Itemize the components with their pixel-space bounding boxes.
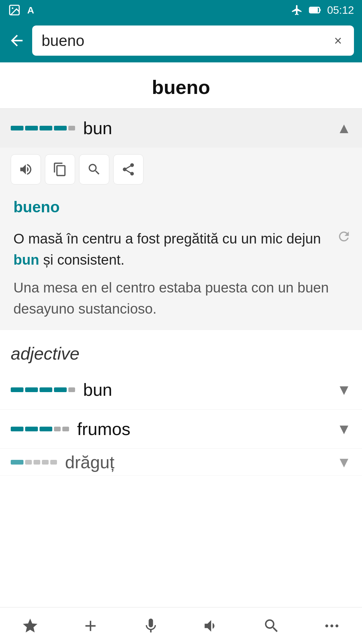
example-ro-after: și consistent. <box>39 252 124 268</box>
copy-button[interactable] <box>45 154 75 184</box>
image-icon <box>8 4 21 16</box>
frequency-bar-dragut <box>11 460 57 465</box>
svg-point-1 <box>12 7 13 9</box>
expand-button-bun[interactable]: ▼ <box>337 381 351 398</box>
battery-icon <box>308 3 322 17</box>
status-icons-right: 05:12 <box>291 3 354 17</box>
search-nav[interactable] <box>263 617 280 635</box>
favorites-nav[interactable] <box>21 617 39 635</box>
main-entry-section: bun ▲ bueno <box>0 108 362 330</box>
back-button[interactable] <box>8 32 25 49</box>
entry-word-dragut: drăguț <box>65 452 114 472</box>
collapse-button[interactable]: ▲ <box>337 120 351 137</box>
svg-text:A: A <box>27 5 34 15</box>
expand-button-frumos[interactable]: ▼ <box>337 421 351 437</box>
translate-icon: A <box>26 4 39 16</box>
list-item: drăguț ▼ <box>0 449 362 476</box>
bar-seg-3 <box>40 126 52 130</box>
volume-nav[interactable] <box>202 617 220 635</box>
airplane-icon <box>291 4 303 16</box>
header: bueno × <box>0 20 362 62</box>
search-box: bueno × <box>32 25 354 56</box>
expand-button-dragut[interactable]: ▼ <box>337 454 351 471</box>
list-item: frumos ▼ <box>0 410 362 449</box>
svg-point-7 <box>330 624 334 627</box>
audio-button[interactable] <box>11 154 41 184</box>
example-text-ro: O masă în centru a fost pregătită cu un … <box>13 228 349 270</box>
clear-button[interactable]: × <box>331 31 345 51</box>
main-translation-word: bun <box>83 118 112 138</box>
word-title: bueno <box>0 62 362 108</box>
bottom-nav <box>0 607 362 644</box>
search-word-button[interactable] <box>79 154 109 184</box>
entry-word-bun: bun <box>83 380 112 400</box>
status-icons-left: A <box>8 4 39 16</box>
more-nav[interactable] <box>323 617 341 635</box>
svg-rect-5 <box>319 9 320 11</box>
bar-seg-2 <box>25 126 38 130</box>
example-ro-before: O masă în centru a fost pregătită cu un … <box>13 231 321 247</box>
status-bar: A 05:12 <box>0 0 362 20</box>
list-item: bun ▼ <box>0 370 362 410</box>
status-time: 05:12 <box>327 4 354 16</box>
bar-seg-5 <box>68 126 75 130</box>
frequency-bar-frumos <box>11 427 69 431</box>
svg-point-6 <box>325 624 328 627</box>
pos-label: adjective <box>0 330 362 370</box>
example-text-es: Una mesa en el centro estaba puesta con … <box>13 277 349 319</box>
mic-nav[interactable] <box>142 617 160 635</box>
additional-entries: bun ▼ frumos ▼ drăguț <box>0 370 362 476</box>
svg-point-8 <box>336 624 339 627</box>
tool-buttons-row <box>0 148 362 193</box>
refresh-button[interactable] <box>337 228 351 244</box>
frequency-bar <box>11 126 75 130</box>
share-button[interactable] <box>113 154 143 184</box>
bar-seg-1 <box>11 126 23 130</box>
example-ro-highlight: bun <box>13 252 39 268</box>
entry-word-frumos: frumos <box>77 419 130 439</box>
frequency-bar-bun <box>11 387 75 392</box>
bar-seg-4 <box>54 126 67 130</box>
main-translation-row: bun ▲ <box>0 109 362 148</box>
search-input[interactable]: bueno <box>42 32 331 50</box>
source-word: bueno <box>0 193 362 223</box>
example-container: O masă în centru a fost pregătită cu un … <box>0 223 362 330</box>
svg-rect-4 <box>310 8 318 12</box>
add-nav[interactable] <box>82 617 99 635</box>
